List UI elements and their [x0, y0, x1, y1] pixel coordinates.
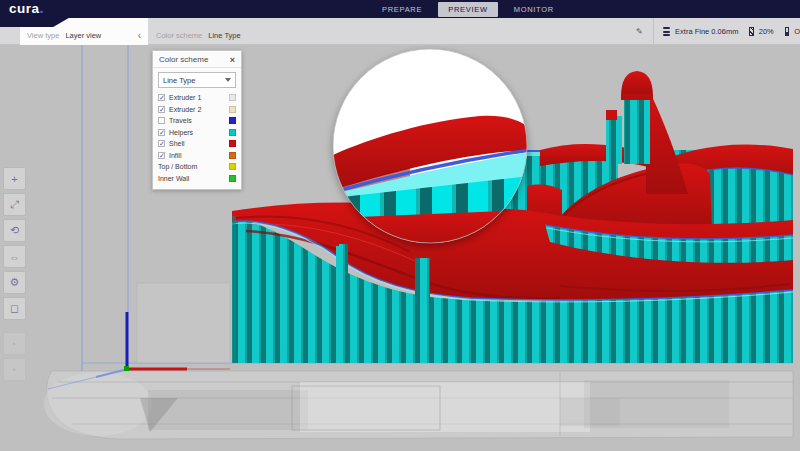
- view-type-label: View type: [27, 31, 59, 40]
- ghost-hull: [44, 371, 793, 439]
- color-swatch: [229, 163, 236, 170]
- color-scheme-dropdown[interactable]: Color scheme Line Type: [156, 18, 241, 45]
- legend-row: ✓Shell: [158, 138, 236, 150]
- legend-label: Inner Wall: [158, 175, 225, 182]
- edit-icon[interactable]: ✎: [636, 27, 643, 36]
- infill-value: 20%: [759, 27, 774, 36]
- adhesion-value: O: [794, 27, 800, 36]
- chevron-down-icon: [225, 78, 231, 82]
- ghost-box: [137, 283, 230, 363]
- secondary-toolbar: View type Layer view ‹ Color scheme Line…: [0, 18, 800, 45]
- tool-move-button[interactable]: +: [3, 167, 26, 190]
- mirror-icon: ⇔: [9, 251, 20, 263]
- legend-label: Top / Bottom: [158, 163, 225, 170]
- panel-title: Color scheme: [159, 55, 208, 64]
- legend-row: Travels: [158, 115, 236, 127]
- logo-dot: .: [40, 1, 44, 15]
- close-icon[interactable]: ×: [230, 56, 235, 64]
- per-model-settings-icon: ⚙: [10, 276, 20, 289]
- panel-header: Color scheme ×: [153, 51, 241, 68]
- support-blocker-icon: ◻: [10, 302, 19, 315]
- checkbox-checked[interactable]: ✓: [158, 129, 165, 136]
- legend-label: Extruder 2: [169, 106, 225, 113]
- cura-window: PREPARE PREVIEW MONITOR cura. View type …: [0, 0, 800, 451]
- legend-row: Top / Bottom: [158, 161, 236, 173]
- color-swatch: [229, 140, 236, 147]
- tool-sidebar: +⤢⟲⇔⚙◻▪▪: [3, 167, 26, 384]
- checkbox-unchecked[interactable]: [158, 117, 165, 124]
- color-scheme-panel: Color scheme × Line Type ✓Extruder 1✓Ext…: [152, 50, 242, 190]
- view-type-value: Layer view: [65, 31, 101, 40]
- legend-rows: ✓Extruder 1✓Extruder 2Travels✓Helpers✓Sh…: [153, 91, 241, 189]
- checkbox-checked[interactable]: ✓: [158, 106, 165, 113]
- tool-support-blocker-button[interactable]: ◻: [3, 297, 26, 320]
- rotate-icon: ⟲: [10, 224, 19, 237]
- app-logo: cura.: [0, 0, 70, 27]
- print-settings-summary[interactable]: ✎ Extra Fine 0.06mm 20% O: [632, 18, 800, 45]
- legend-row: Inner Wall: [158, 173, 236, 185]
- tab-preview[interactable]: PREVIEW: [438, 2, 498, 17]
- logo-text: cura: [9, 1, 40, 17]
- extruder-1-icon: ▪: [13, 339, 16, 348]
- legend-row: ✓Infill: [158, 150, 236, 162]
- checkbox-checked[interactable]: ✓: [158, 140, 165, 147]
- color-swatch: [229, 106, 236, 113]
- top-bar: PREPARE PREVIEW MONITOR: [0, 0, 800, 18]
- tab-monitor[interactable]: MONITOR: [504, 2, 564, 17]
- color-scheme-label: Color scheme: [156, 31, 202, 40]
- adhesion-icon: [785, 27, 789, 36]
- checkbox-checked[interactable]: ✓: [158, 152, 165, 159]
- tool-per-model-settings-button[interactable]: ⚙: [3, 271, 26, 294]
- collapse-chevron-icon[interactable]: ‹: [138, 33, 141, 39]
- legend-row: ✓Extruder 2: [158, 104, 236, 116]
- legend-label: Shell: [169, 140, 225, 147]
- viewport-3d[interactable]: [0, 0, 800, 451]
- color-scheme-value: Line Type: [208, 31, 240, 40]
- legend-label: Helpers: [169, 129, 225, 136]
- scale-icon: ⤢: [10, 198, 19, 211]
- tool-scale-button[interactable]: ⤢: [3, 193, 26, 216]
- legend-label: Travels: [169, 117, 225, 124]
- color-swatch: [229, 175, 236, 182]
- legend-row: ✓Extruder 1: [158, 92, 236, 104]
- line-type-value: Line Type: [163, 76, 195, 85]
- layer-height-icon: [663, 27, 670, 36]
- line-type-select[interactable]: Line Type: [158, 72, 236, 88]
- legend-label: Infill: [169, 152, 225, 159]
- stage-tabs: PREPARE PREVIEW MONITOR: [372, 0, 564, 18]
- legend-row: ✓Helpers: [158, 127, 236, 139]
- tool-mirror-button[interactable]: ⇔: [3, 245, 26, 268]
- legend-label: Extruder 1: [169, 94, 225, 101]
- color-swatch: [229, 117, 236, 124]
- tool-extruder-1-button[interactable]: ▪: [3, 332, 26, 355]
- infill-icon: [749, 27, 753, 36]
- color-swatch: [229, 152, 236, 159]
- tool-extruder-2-button[interactable]: ▪: [3, 358, 26, 381]
- extruder-2-icon: ▪: [13, 365, 16, 374]
- profile-value: Extra Fine 0.06mm: [675, 27, 738, 36]
- tool-rotate-button[interactable]: ⟲: [3, 219, 26, 242]
- tab-prepare[interactable]: PREPARE: [372, 2, 432, 17]
- checkbox-checked[interactable]: ✓: [158, 94, 165, 101]
- move-icon: +: [11, 173, 17, 185]
- color-swatch: [229, 94, 236, 101]
- color-swatch: [229, 129, 236, 136]
